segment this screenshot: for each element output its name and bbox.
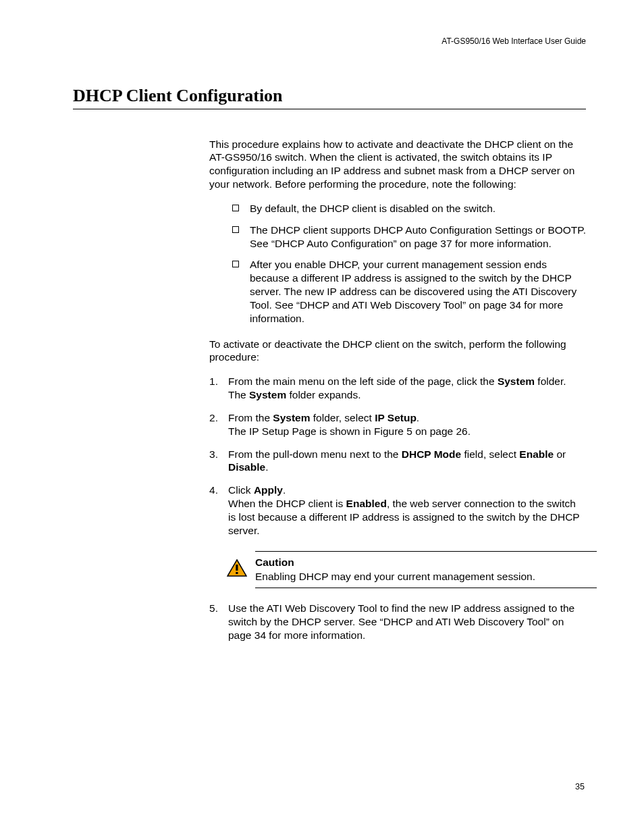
text: field, select	[461, 448, 519, 460]
text: folder expands.	[286, 389, 360, 400]
running-head: AT-GS950/16 Web Interface User Guide	[73, 36, 586, 47]
step-2: From the System folder, select IP Setup.…	[209, 411, 586, 438]
step-3: From the pull-down menu next to the DHCP…	[209, 448, 586, 475]
text: From the pull-down menu next to the	[228, 448, 402, 460]
caution-label: Caution	[255, 556, 586, 569]
step-1: From the main menu on the left side of t…	[209, 375, 586, 402]
text: The	[228, 389, 249, 400]
procedure-intro: To activate or deactivate the DHCP clien…	[209, 338, 586, 365]
note-item: By default, the DHCP client is disabled …	[232, 202, 586, 215]
text: From the	[228, 412, 273, 423]
text: The IP Setup Page is shown in Figure 5 o…	[228, 425, 471, 437]
bold-dhcp-mode: DHCP Mode	[402, 448, 461, 460]
bold-system: System	[498, 375, 535, 387]
svg-rect-2	[236, 572, 238, 574]
bold-ip-setup: IP Setup	[375, 412, 417, 423]
text: .	[265, 461, 268, 473]
step-4: Click Apply. When the DHCP client is Ena…	[209, 484, 586, 588]
warning-icon	[227, 559, 247, 577]
text: .	[283, 484, 286, 496]
bold-enable: Enable	[519, 448, 554, 460]
rule	[255, 588, 597, 588]
bold-apply: Apply	[254, 484, 283, 496]
step-5: Use the ATI Web Discovery Tool to find t…	[209, 602, 586, 642]
bold-system: System	[273, 412, 310, 423]
svg-rect-1	[236, 565, 238, 571]
note-item: The DHCP client supports DHCP Auto Confi…	[232, 224, 586, 251]
bold-disable: Disable	[228, 461, 265, 473]
caution-block: Caution Enabling DHCP may end your curre…	[230, 551, 586, 589]
note-item: After you enable DHCP, your current mana…	[232, 258, 586, 325]
text: folder, select	[310, 412, 375, 423]
text: Click	[228, 484, 254, 496]
page-number: 35	[575, 781, 585, 792]
text: When the DHCP client is	[228, 498, 346, 509]
text: From the main menu on the left side of t…	[228, 375, 498, 387]
rule	[255, 551, 597, 552]
bold-system: System	[249, 389, 286, 400]
intro-paragraph: This procedure explains how to activate …	[209, 138, 586, 191]
note-list: By default, the DHCP client is disabled …	[209, 202, 586, 325]
body-content: This procedure explains how to activate …	[209, 138, 586, 642]
bold-enabled: Enabled	[346, 498, 387, 509]
text: .	[417, 412, 419, 423]
text: folder.	[535, 375, 566, 387]
caution-text: Enabling DHCP may end your current manag…	[255, 570, 586, 583]
page-title: DHCP Client Configuration	[73, 84, 586, 109]
text: or	[554, 448, 566, 460]
procedure-steps: From the main menu on the left side of t…	[209, 375, 586, 642]
